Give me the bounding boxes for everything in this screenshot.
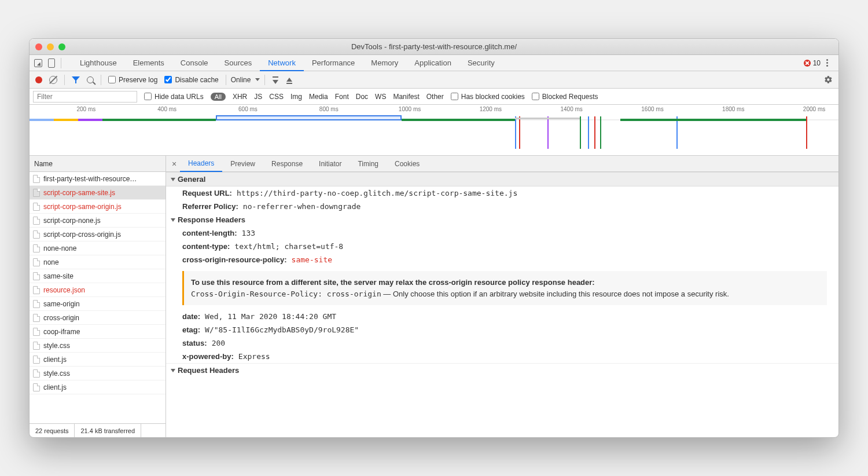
throttle-value: Online (231, 76, 251, 84)
devtools-window: DevTools - first-party-test-with-resourc… (29, 38, 839, 438)
request-row[interactable]: coop-iframe (30, 325, 165, 339)
timeline-selection[interactable] (216, 115, 402, 120)
window-controls (35, 43, 65, 50)
tab-security[interactable]: Security (459, 55, 503, 71)
file-icon (33, 342, 40, 350)
request-row[interactable]: script-corp-same-origin.js (30, 200, 165, 214)
dtab-cookies[interactable]: Cookies (387, 156, 428, 171)
filter-type-media[interactable]: Media (309, 93, 328, 101)
dtab-initiator[interactable]: Initiator (311, 156, 350, 171)
request-row[interactable]: cross-origin (30, 311, 165, 325)
timeline-overview[interactable]: 200 ms 400 ms 600 ms 800 ms 1000 ms 1200… (30, 105, 838, 156)
upload-har-icon[interactable] (272, 76, 279, 84)
request-row[interactable]: script-corp-none.js (30, 214, 165, 228)
hide-data-urls-label: Hide data URLs (155, 93, 204, 101)
record-button[interactable] (35, 76, 42, 83)
preserve-log-checkbox[interactable]: Preserve log (108, 76, 157, 84)
request-row-label: resource.json (43, 286, 85, 294)
filter-type-img[interactable]: Img (290, 93, 302, 101)
general-referrer-policy: Referrer Policy: no-referrer-when-downgr… (166, 200, 838, 213)
request-row[interactable]: first-party-test-with-resource… (30, 172, 165, 186)
download-har-icon[interactable] (286, 76, 293, 84)
request-row[interactable]: client.js (30, 380, 165, 394)
request-row[interactable]: script-corp-same-site.js (30, 186, 165, 200)
blocked-requests-checkbox[interactable]: Blocked Requests (532, 93, 598, 101)
search-icon[interactable] (87, 76, 94, 83)
section-response-headers-title: Response Headers (178, 215, 245, 224)
request-row[interactable]: script-corp-cross-origin.js (30, 228, 165, 241)
tab-console[interactable]: Console (172, 55, 216, 71)
filter-type-js[interactable]: JS (254, 93, 262, 101)
filter-type-ws[interactable]: WS (375, 93, 386, 101)
request-row[interactable]: none (30, 255, 165, 269)
file-icon (33, 244, 40, 252)
request-row-label: same-origin (43, 300, 80, 308)
section-request-headers[interactable]: Request Headers (166, 363, 838, 377)
filter-type-xhr[interactable]: XHR (233, 93, 247, 101)
preserve-log-label: Preserve log (119, 76, 157, 84)
tab-lighthouse[interactable]: Lighthouse (72, 55, 125, 71)
request-row[interactable]: resource.json (30, 283, 165, 297)
dtab-headers[interactable]: Headers (180, 156, 222, 172)
file-icon (33, 356, 40, 364)
disable-cache-label: Disable cache (175, 76, 218, 84)
request-row-label: script-corp-same-origin.js (43, 203, 122, 211)
request-row-label: cross-origin (43, 314, 79, 322)
settings-icon[interactable] (824, 75, 833, 84)
error-icon (804, 60, 811, 67)
request-row-label: none (43, 258, 59, 266)
error-count-badge[interactable]: 10 (804, 59, 821, 67)
clear-button[interactable] (49, 76, 57, 84)
filter-type-css[interactable]: CSS (269, 93, 284, 101)
tab-performance[interactable]: Performance (304, 55, 363, 71)
has-blocked-cookies-checkbox[interactable]: Has blocked cookies (451, 93, 525, 101)
filter-type-doc[interactable]: Doc (356, 93, 368, 101)
timeline-tick: 400 ms (157, 106, 176, 112)
filter-type-other[interactable]: Other (426, 93, 444, 101)
resp-etag: etag: W/"85-I1lI6GczMydbABS0yD/9roL928E" (166, 323, 838, 336)
request-row[interactable]: style.css (30, 367, 165, 380)
request-row[interactable]: same-site (30, 269, 165, 283)
more-menu-icon[interactable] (826, 62, 828, 64)
inspect-icon[interactable] (34, 59, 42, 67)
status-bar: 22 requests 21.4 kB transferred (30, 423, 165, 437)
tab-application[interactable]: Application (406, 55, 459, 71)
request-row-label: first-party-test-with-resource… (43, 175, 137, 183)
filter-toggle-icon[interactable] (72, 76, 80, 83)
request-rows: first-party-test-with-resource…script-co… (30, 172, 165, 423)
device-toggle-icon[interactable] (48, 58, 55, 68)
resp-status: status: 200 (166, 336, 838, 350)
timeline-tick: 1200 ms (480, 106, 502, 112)
section-response-headers[interactable]: Response Headers (166, 213, 838, 226)
request-row[interactable]: none-none (30, 241, 165, 255)
request-row[interactable]: client.js (30, 353, 165, 367)
filter-input[interactable] (33, 91, 137, 102)
zoom-window-button[interactable] (58, 43, 65, 50)
dtab-response[interactable]: Response (263, 156, 311, 171)
disable-cache-checkbox[interactable]: Disable cache (164, 76, 218, 84)
tab-memory[interactable]: Memory (363, 55, 406, 71)
tab-elements[interactable]: Elements (125, 55, 172, 71)
request-row-label: coop-iframe (43, 328, 80, 336)
error-count: 10 (813, 59, 821, 67)
minimize-window-button[interactable] (47, 43, 54, 50)
dtab-timing[interactable]: Timing (350, 156, 387, 171)
request-list-header[interactable]: Name (30, 156, 165, 172)
throttle-select[interactable]: Online (226, 75, 266, 85)
filter-all-pill[interactable]: All (211, 93, 226, 101)
filter-type-manifest[interactable]: Manifest (393, 93, 419, 101)
tab-network[interactable]: Network (260, 56, 304, 71)
close-window-button[interactable] (35, 43, 42, 50)
request-row-label: style.css (43, 342, 70, 350)
dtab-preview[interactable]: Preview (222, 156, 263, 171)
hide-data-urls-checkbox[interactable]: Hide data URLs (144, 93, 204, 101)
section-general[interactable]: General (166, 172, 838, 186)
file-icon (33, 328, 40, 336)
request-row[interactable]: style.css (30, 339, 165, 353)
close-detail-button[interactable]: × (168, 159, 180, 169)
request-row[interactable]: same-origin (30, 297, 165, 311)
file-icon (33, 369, 40, 378)
request-row-label: script-corp-cross-origin.js (43, 230, 121, 239)
filter-type-font[interactable]: Font (335, 93, 349, 101)
tab-sources[interactable]: Sources (216, 55, 260, 71)
